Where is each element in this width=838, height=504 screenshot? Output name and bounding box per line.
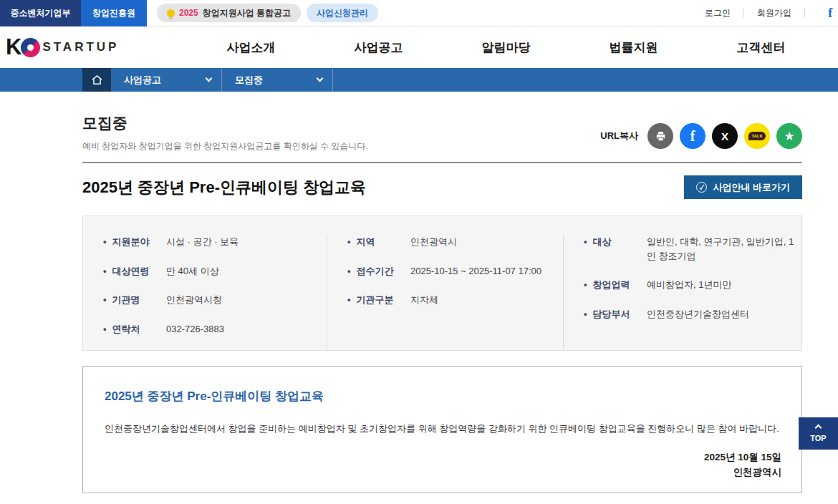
section-head-left: 모집중 예비 창업자와 창업기업을 위한 창업지원사업공고를 확인하실 수 있습… bbox=[82, 113, 368, 152]
breadcrumb-dropdown-recruiting[interactable]: 모집중 bbox=[222, 68, 333, 92]
kakao-talk-icon: TALK bbox=[748, 132, 766, 140]
breadcrumb-subnav: 사업공고 모집중 bbox=[0, 68, 838, 92]
info-row-support-field: 지원분야 시설 · 공간 · 보육 bbox=[103, 235, 327, 249]
info-label: 대상 bbox=[584, 235, 647, 263]
info-row-target: 대상 일반인, 대학, 연구기관, 일반기업, 1인 창조기업 bbox=[584, 235, 801, 263]
site-header: K STARTUP 사업소개 사업공고 알림마당 법률지원 고객센터 bbox=[0, 26, 838, 68]
nav-item-business-announcement[interactable]: 사업공고 bbox=[314, 39, 442, 56]
notice-year: 2025 bbox=[179, 8, 198, 18]
apply-manage-pill[interactable]: 사업신청관리 bbox=[307, 4, 378, 22]
lightbulb-icon bbox=[167, 9, 175, 17]
info-value: 인천중장년기술창업센터 bbox=[647, 307, 749, 321]
info-label: 대상연령 bbox=[103, 264, 166, 278]
info-row-contact: 연락처 032-726-3883 bbox=[103, 322, 327, 336]
chevron-down-icon bbox=[317, 75, 324, 82]
info-label: 기관명 bbox=[103, 293, 166, 307]
info-value: 인천광역시청 bbox=[166, 293, 222, 307]
home-icon bbox=[91, 74, 103, 86]
signup-link[interactable]: 회원가입 bbox=[757, 7, 791, 19]
page-title: 2025년 중장년 Pre-인큐베이팅 창업교육 bbox=[82, 177, 366, 198]
info-label: 기관구분 bbox=[347, 293, 410, 307]
topbar-right: 로그인 회원가입 f bbox=[705, 5, 838, 21]
logo-k-letter: K bbox=[6, 34, 22, 60]
info-row-target-age: 대상연령 만 40세 이상 bbox=[103, 264, 327, 278]
unified-notice-pill[interactable]: 2025 창업지원사업 통합공고 bbox=[157, 4, 301, 22]
notice-text: 창업지원사업 통합공고 bbox=[203, 7, 291, 19]
info-column-3: 대상 일반인, 대학, 연구기관, 일반기업, 1인 창조기업 창업업력 예비창… bbox=[563, 235, 801, 350]
info-value: 지자체 bbox=[410, 293, 438, 307]
info-value: 인천광역시 bbox=[410, 235, 457, 249]
taegeuk-logo-icon bbox=[21, 38, 40, 57]
notice-signature: 2025년 10월 15일 인천광역시 bbox=[105, 450, 781, 480]
divider bbox=[804, 8, 805, 18]
divider bbox=[743, 8, 744, 18]
notice-org: 인천광역시 bbox=[105, 465, 781, 480]
info-value: 만 40세 이상 bbox=[166, 264, 219, 278]
facebook-share-button[interactable]: f bbox=[680, 123, 705, 149]
nav-item-legal-support[interactable]: 법률지원 bbox=[569, 39, 697, 56]
info-value: 032-726-3883 bbox=[166, 322, 224, 336]
gov-ministry-link[interactable]: 중소벤처기업부 bbox=[0, 0, 81, 26]
info-value: 시설 · 공간 · 보육 bbox=[166, 235, 239, 249]
spacer bbox=[0, 68, 82, 92]
utility-topbar: 중소벤처기업부 창업진흥원 2025 창업지원사업 통합공고 사업신청관리 로그… bbox=[0, 0, 838, 26]
check-circle-icon: ✓ bbox=[696, 182, 707, 193]
title-row: 2025년 중장년 Pre-인큐베이팅 창업교육 ✓ 사업안내 바로가기 bbox=[82, 175, 802, 199]
section-head: 모집중 예비 창업자와 창업기업을 위한 창업지원사업공고를 확인하실 수 있습… bbox=[82, 113, 802, 152]
section-title: 모집중 bbox=[82, 113, 368, 133]
info-label: 지원분야 bbox=[103, 235, 166, 249]
info-label: 창업업력 bbox=[584, 278, 647, 292]
notice-title: 2025년 중장년 Pre-인큐베이팅 창업교육 bbox=[105, 388, 781, 404]
section-description: 예비 창업자와 창업기업을 위한 창업지원사업공고를 확인하실 수 있습니다. bbox=[82, 140, 368, 152]
scroll-to-top-button[interactable]: TOP bbox=[799, 417, 838, 450]
x-share-button[interactable]: X bbox=[712, 123, 738, 149]
nav-item-customer-center[interactable]: 고객센터 bbox=[697, 39, 824, 56]
info-row-agency-type: 기관구분 지자체 bbox=[347, 293, 563, 307]
nav-item-business-intro[interactable]: 사업소개 bbox=[187, 39, 314, 56]
notice-body-box: 2025년 중장년 Pre-인큐베이팅 창업교육 인천중장년기술창업센터에서 창… bbox=[82, 366, 802, 493]
nav-item-news[interactable]: 알림마당 bbox=[442, 39, 569, 56]
breadcrumb-dropdown-announcement[interactable]: 사업공고 bbox=[111, 68, 222, 92]
share-row: URL복사 f X TALK ★ bbox=[600, 123, 802, 149]
info-label: 접수기간 bbox=[347, 264, 410, 278]
facebook-icon[interactable]: f bbox=[828, 5, 838, 21]
chevron-down-icon bbox=[206, 75, 213, 82]
notice-body-text: 인천중장년기술창업센터에서 창업을 준비하는 예비창업자 및 초기창업자를 위해… bbox=[105, 422, 781, 437]
login-link[interactable]: 로그인 bbox=[705, 7, 731, 19]
info-value: 2025-10-15 ~ 2025-11-07 17:00 bbox=[410, 264, 541, 278]
band-share-button[interactable]: ★ bbox=[776, 123, 802, 149]
top-button-label: TOP bbox=[810, 434, 826, 442]
info-value: 일반인, 대학, 연구기관, 일반기업, 1인 창조기업 bbox=[647, 235, 801, 263]
program-info-box: 지원분야 시설 · 공간 · 보육 대상연령 만 40세 이상 기관명 인천광역… bbox=[82, 215, 802, 351]
kstartup-logo[interactable]: K STARTUP bbox=[0, 34, 119, 60]
info-row-business-age: 창업업력 예비창업자, 1년미만 bbox=[584, 278, 801, 292]
info-column-1: 지원분야 시설 · 공간 · 보육 대상연령 만 40세 이상 기관명 인천광역… bbox=[83, 235, 327, 350]
logo-wordmark: STARTUP bbox=[42, 40, 119, 54]
kakao-share-button[interactable]: TALK bbox=[744, 123, 770, 149]
section-divider bbox=[82, 162, 802, 163]
business-guide-button[interactable]: ✓ 사업안내 바로가기 bbox=[684, 175, 802, 199]
print-button[interactable] bbox=[647, 123, 673, 149]
url-copy-button[interactable]: URL복사 bbox=[600, 130, 638, 142]
chevron-up-icon bbox=[815, 424, 822, 431]
info-value: 예비창업자, 1년미만 bbox=[647, 278, 731, 292]
printer-icon bbox=[655, 130, 667, 142]
main-nav: 사업소개 사업공고 알림마당 법률지원 고객센터 bbox=[187, 39, 824, 56]
info-row-department: 담당부서 인천중장년기술창업센터 bbox=[584, 307, 801, 321]
info-row-region: 지역 인천광역시 bbox=[347, 235, 563, 249]
home-button[interactable] bbox=[82, 68, 111, 92]
info-row-agency-name: 기관명 인천광역시청 bbox=[103, 293, 327, 307]
notice-date: 2025년 10월 15일 bbox=[105, 450, 781, 465]
info-column-2: 지역 인천광역시 접수기간 2025-10-15 ~ 2025-11-07 17… bbox=[327, 235, 563, 350]
info-label: 지역 bbox=[347, 235, 410, 249]
breadcrumb-label: 모집중 bbox=[235, 74, 263, 87]
info-label: 담당부서 bbox=[584, 307, 647, 321]
info-row-application-period: 접수기간 2025-10-15 ~ 2025-11-07 17:00 bbox=[347, 264, 563, 278]
guide-button-label: 사업안내 바로가기 bbox=[713, 181, 790, 194]
main-content: 모집중 예비 창업자와 창업기업을 위한 창업지원사업공고를 확인하실 수 있습… bbox=[82, 113, 802, 493]
kised-link[interactable]: 창업진흥원 bbox=[81, 0, 147, 26]
info-label: 연락처 bbox=[103, 322, 166, 336]
breadcrumb-label: 사업공고 bbox=[124, 74, 161, 87]
